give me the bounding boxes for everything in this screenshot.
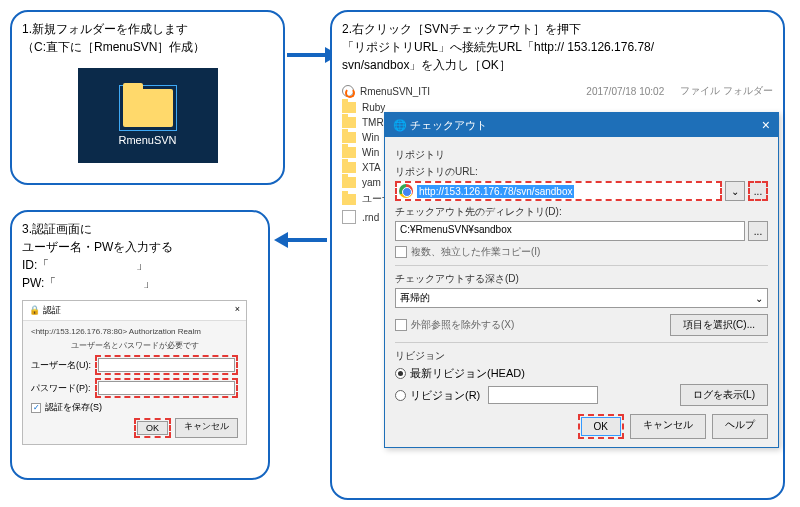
folder-label: RmenuSVN [118,134,176,146]
folder-icon [342,194,356,205]
dir-input[interactable]: C:¥RmenuSVN¥sandbox [395,221,745,241]
radio-icon [395,390,406,401]
auth-prompt: ユーザー名とパスワードが必要です [31,340,238,351]
depth-value: 再帰的 [400,291,430,305]
checkbox-icon [395,319,407,331]
multi-checkbox-label: 複数、独立した作業コピー(I) [411,245,540,259]
arrow-2-head [274,232,288,248]
auth-ok-button[interactable]: OK [137,421,168,435]
folder-icon [342,102,356,113]
repo-url-input[interactable]: http://153.126.176.78/svn/sandbox [395,181,722,201]
checkbox-icon: ✓ [31,403,41,413]
externals-checkbox-row[interactable]: 外部参照を除外する(X) [395,318,514,332]
showlog-button[interactable]: ログを表示(L) [680,384,768,406]
radio-icon [395,368,406,379]
rev-input[interactable] [488,386,598,404]
auth-save-label: 認証を保存(S) [45,401,102,414]
ok-button[interactable]: OK [581,417,621,436]
folder-icon [342,177,356,188]
step2-title: 2.右クリック［SVNチェックアウト］を押下 [342,20,773,38]
folder-icon [342,147,356,158]
externals-label: 外部参照を除外する(X) [411,318,514,332]
auth-save-checkbox[interactable]: ✓ 認証を保存(S) [31,401,238,414]
revision-group-label: リビジョン [395,349,768,363]
dialog-titlebar: 🌐 チェックアウト × [385,113,778,137]
file-name: Win [362,132,379,143]
id-end: 」 [136,258,148,272]
rev-radio[interactable]: リビジョン(R) [395,388,480,403]
step3-panel: 3.認証画面に ユーザー名・PWを入力する ID:「 」 PW:「 」 🔒 認証… [10,210,270,480]
file-name: yam [362,177,381,188]
arrow-1-line [287,53,327,57]
file-name: XTA [362,162,381,173]
id-label: ID:「 [22,258,49,272]
auth-realm: <http://153.126.176.78:80> Authorization… [31,327,238,336]
close-icon[interactable]: × [762,117,770,133]
multi-checkbox-row[interactable]: 複数、独立した作業コピー(I) [395,245,768,259]
desktop-preview: RmenuSVN [78,68,218,163]
pw-label: PW:「 [22,276,56,290]
checkbox-icon [395,246,407,258]
file-type: ファイル フォルダー [680,84,773,98]
step3-pw-row: PW:「 」 [22,274,258,292]
file-name: Win [362,147,379,158]
auth-dialog: 🔒 認証 × <http://153.126.176.78:80> Author… [22,300,247,445]
ok-highlight: OK [578,414,624,439]
file-icon [342,210,356,224]
step3-id-row: ID:「 」 [22,256,258,274]
svn-icon [342,85,354,97]
file-name: RmenuSVN_ITI [360,86,430,97]
depth-select[interactable]: 再帰的 ⌄ [395,288,768,308]
pw-end: 」 [143,276,155,290]
file-name: .rnd [362,212,379,223]
auth-title: 認証 [43,305,61,315]
rev-radio-label: リビジョン(R) [410,388,480,403]
checkout-dialog: 🌐 チェックアウト × リポジトリ リポジトリのURL: http://153.… [384,112,779,448]
close-icon[interactable]: × [235,304,240,317]
arrow-2-line [287,238,327,242]
step1-title: 1.新規フォルダーを作成します [22,20,273,38]
url-browse-button[interactable]: ... [748,181,768,201]
explorer-row[interactable]: RmenuSVN_ITI 2017/07/18 10:02 ファイル フォルダー [342,82,773,100]
dialog-title: チェックアウト [410,119,487,131]
folder-icon [342,117,356,128]
auth-cancel-button[interactable]: キャンセル [175,418,238,438]
folder-icon [342,162,356,173]
head-radio-label: 最新リビジョン(HEAD) [410,366,525,381]
lock-icon: 🔒 [29,305,40,315]
step3-title: 3.認証画面に [22,220,258,238]
folder-icon [123,89,173,127]
auth-user-input[interactable] [98,358,235,372]
step2-panel: 2.右クリック［SVNチェックアウト］を押下 「リポジトリURL」へ接続先URL… [330,10,785,500]
select-items-button[interactable]: 項目を選択(C)... [670,314,768,336]
head-radio[interactable]: 最新リビジョン(HEAD) [395,366,768,381]
file-name: Ruby [362,102,385,113]
chevron-down-icon: ⌄ [755,293,763,304]
step1-sub: （C:直下に［RmenuSVN］作成） [22,38,273,56]
chrome-icon [399,184,413,198]
dir-label: チェックアウト先のディレクトリ(D): [395,205,768,219]
file-date: 2017/07/18 10:02 [586,86,664,97]
file-name: TMR [362,117,384,128]
folder-icon-selection [119,85,177,131]
step1-panel: 1.新規フォルダーを作成します （C:直下に［RmenuSVN］作成） Rmen… [10,10,285,185]
dir-browse-button[interactable]: ... [748,221,768,241]
auth-pass-label: パスワード(P): [31,382,91,395]
auth-user-label: ユーザー名(U): [31,359,91,372]
step3-line2: ユーザー名・PWを入力する [22,238,258,256]
repo-url-label: リポジトリのURL: [395,165,768,179]
folder-icon [342,132,356,143]
auth-pass-input[interactable] [98,381,235,395]
repo-url-value: http://153.126.176.78/svn/sandbox [417,185,574,198]
step2-line3: svn/sandbox」を入力し［OK］ [342,56,773,74]
repo-group-label: リポジトリ [395,148,768,162]
step2-line2: 「リポジトリURL」へ接続先URL「http:// 153.126.176.78… [342,38,773,56]
depth-label: チェックアウトする深さ(D) [395,272,768,286]
url-dropdown-button[interactable]: ⌄ [725,181,745,201]
cancel-button[interactable]: キャンセル [630,414,706,439]
help-button[interactable]: ヘルプ [712,414,768,439]
